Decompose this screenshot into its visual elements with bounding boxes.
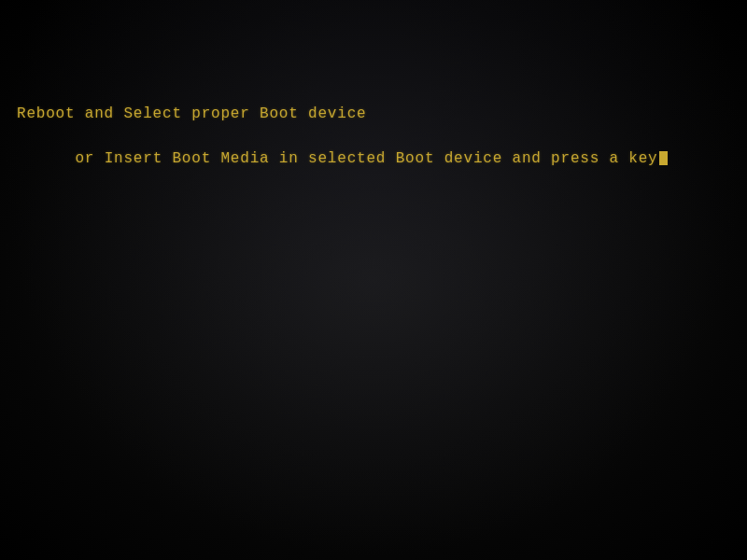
bios-line-2: or Insert Boot Media in selected Boot de… <box>17 125 730 192</box>
bios-line-2-text: or Insert Boot Media in selected Boot de… <box>75 150 657 167</box>
bios-message-area: Reboot and Select proper Boot device or … <box>17 103 730 192</box>
bios-screen: Reboot and Select proper Boot device or … <box>0 0 747 560</box>
cursor-blink <box>659 151 668 165</box>
bios-line-1: Reboot and Select proper Boot device <box>17 103 730 125</box>
